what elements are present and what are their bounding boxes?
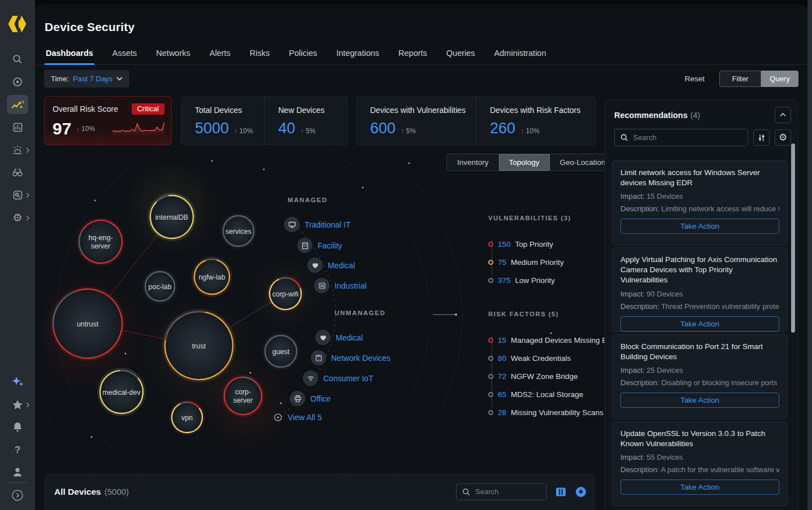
vulnerability-item[interactable]: 375 Low Priority — [488, 271, 607, 289]
topology-node-guest[interactable]: guest — [264, 334, 298, 368]
reset-button[interactable]: Reset — [685, 75, 705, 83]
recommendations-panel: Recommendations (4) ⚙ Lim — [605, 99, 798, 510]
legend-item-facility[interactable]: Facility — [297, 238, 342, 253]
devices-risk-factors-value[interactable]: 260 — [490, 120, 515, 137]
tab-queries[interactable]: Queries — [445, 45, 476, 65]
medical-heart-icon — [315, 330, 331, 345]
topology-node-corp-server[interactable]: corp-server — [218, 370, 268, 421]
search-icon[interactable] — [0, 50, 35, 69]
ai-sparkles-icon[interactable] — [0, 372, 35, 391]
queries-tool-icon[interactable] — [0, 185, 35, 204]
recommendation-card: Block Communication to Port 21 for Smart… — [612, 334, 788, 419]
user-icon[interactable] — [0, 463, 35, 482]
topology-node-vpn[interactable]: vpn — [170, 400, 205, 435]
topology-node-corp-wifi[interactable]: corp-wifi — [265, 273, 306, 314]
vulnerability-item[interactable]: 150 Top Priority — [488, 235, 607, 253]
svg-text:medical-dev: medical-dev — [102, 389, 141, 396]
filter-button[interactable]: Filter — [719, 71, 761, 87]
trend-up-icon: ↑ — [76, 125, 80, 133]
priority-dot — [488, 260, 493, 265]
new-devices-value[interactable]: 40 — [279, 120, 296, 137]
legend-item-medical-managed[interactable]: Medical — [307, 258, 355, 273]
svg-text:server: server — [233, 396, 253, 404]
topology-node-medical-dev[interactable]: medical-dev — [91, 361, 151, 422]
legend-item-office[interactable]: Office — [290, 391, 331, 406]
main-panel: Device Security Dashboards Assets Networ… — [35, 5, 807, 510]
sliders-filter-icon[interactable] — [753, 129, 770, 146]
reports-icon[interactable] — [0, 117, 35, 137]
topology-node-services[interactable]: services — [222, 215, 255, 247]
investigate-binoculars-icon[interactable] — [0, 163, 35, 182]
search-icon — [620, 133, 628, 142]
tab-assets[interactable]: Assets — [111, 45, 138, 65]
risk-factor-item[interactable]: 28 Missing Vulnerability Scans — [488, 403, 607, 421]
chevron-right-icon — [26, 193, 29, 198]
expand-sidebar-icon[interactable] — [0, 486, 35, 505]
chevron-up-icon — [780, 113, 786, 117]
critical-badge: Critical — [132, 103, 164, 115]
tab-policies[interactable]: Policies — [288, 45, 318, 65]
devices-vulnerabilities-delta: 5% — [406, 127, 416, 135]
total-devices-delta: 10% — [240, 127, 253, 135]
legend-item-industrial[interactable]: Industrial — [314, 278, 367, 293]
topology-node-trust[interactable]: trust — [159, 306, 238, 385]
take-action-button[interactable]: Take Action — [620, 393, 779, 408]
legend-item-consumer-iot[interactable]: Consumer IoT — [303, 370, 374, 386]
devices-search-input[interactable] — [456, 483, 546, 500]
tab-administration[interactable]: Administration — [493, 45, 548, 65]
tab-dashboards[interactable]: Dashboards — [45, 45, 94, 65]
discover-icon[interactable] — [0, 72, 35, 91]
topology-node-hq-eng-server[interactable]: hq-eng-server — [71, 212, 130, 271]
favorites-star-icon[interactable] — [0, 395, 35, 414]
vulnerability-item[interactable]: 75 Medium Priority — [488, 253, 607, 271]
topology-node-poc-lab[interactable]: poc-lab — [144, 271, 176, 302]
dashboards-icon — [11, 100, 24, 110]
topology-node-untrust[interactable]: untrust — [44, 280, 132, 368]
help-icon[interactable]: ? — [0, 440, 35, 459]
recommendation-title: Apply Virtual Patching for Axis Communic… — [620, 255, 779, 286]
recommendation-title: Limit network access for Windows Server … — [620, 168, 779, 188]
download-icon[interactable] — [575, 486, 587, 498]
take-action-button[interactable]: Take Action — [620, 316, 779, 332]
tab-alerts[interactable]: Alerts — [209, 45, 232, 65]
recommendation-card: Update OpenSSL to Version 3.0.3 to Patch… — [612, 421, 788, 506]
tab-risks[interactable]: Risks — [249, 45, 271, 65]
risk-factor-item[interactable]: 72 NGFW Zone Bridge — [488, 367, 607, 385]
topology-node-internalDB[interactable]: internalDB — [147, 193, 197, 242]
devices-vulnerabilities-value[interactable]: 600 — [370, 120, 396, 137]
take-action-button[interactable]: Take Action — [620, 480, 779, 495]
topology-node-ngfw-lab[interactable]: ngfw-lab — [190, 255, 233, 298]
sidebar-item-dashboards[interactable] — [7, 95, 28, 114]
columns-view-icon[interactable] — [555, 487, 566, 497]
legend-item-network-devices[interactable]: Network Devices — [311, 350, 390, 365]
tab-integrations[interactable]: Integrations — [335, 45, 380, 65]
risk-factor-item[interactable]: 15 Managed Devices Missing EDR — [488, 331, 607, 349]
incidents-siren-icon[interactable] — [0, 140, 35, 159]
scrollbar-thumb[interactable] — [791, 143, 795, 333]
settings-gear-icon[interactable]: ⚙ — [0, 208, 35, 227]
priority-dot — [488, 278, 493, 283]
time-filter-dropdown[interactable]: Time: Past 7 Days — [44, 70, 129, 88]
total-devices-value[interactable]: 5000 — [195, 120, 229, 137]
risk-factor-item[interactable]: 80 Weak Credentials — [488, 349, 607, 367]
collapse-panel-button[interactable] — [775, 107, 791, 123]
tab-networks[interactable]: Networks — [155, 45, 191, 65]
time-label: Time: — [51, 75, 69, 83]
devices-vulnerabilities-title: Devices with Vulnerabilities — [370, 106, 476, 115]
risk-factor-item[interactable]: 65 MDS2: Local Storage — [488, 385, 607, 403]
trend-up-icon: ↑ — [234, 127, 238, 135]
take-action-button[interactable]: Take Action — [620, 219, 779, 234]
tab-reports[interactable]: Reports — [397, 45, 428, 65]
notifications-bell-icon[interactable] — [0, 417, 35, 437]
legend-item-medical-unmanaged[interactable]: Medical — [315, 330, 363, 345]
legend-item-traditional-it[interactable]: Traditional IT — [284, 217, 350, 232]
brand-logo-icon[interactable] — [7, 14, 28, 34]
recommendations-search-input[interactable] — [614, 129, 748, 146]
view-all-link[interactable]: View All 5 — [273, 413, 322, 422]
settings-gear-icon[interactable]: ⚙ — [775, 129, 791, 146]
window-edge — [807, 0, 812, 510]
recommendations-cards: Limit network access for Windows Server … — [612, 160, 788, 510]
new-devices-delta: 5% — [306, 127, 315, 135]
building-icon — [297, 238, 312, 253]
query-button[interactable]: Query — [761, 71, 798, 87]
